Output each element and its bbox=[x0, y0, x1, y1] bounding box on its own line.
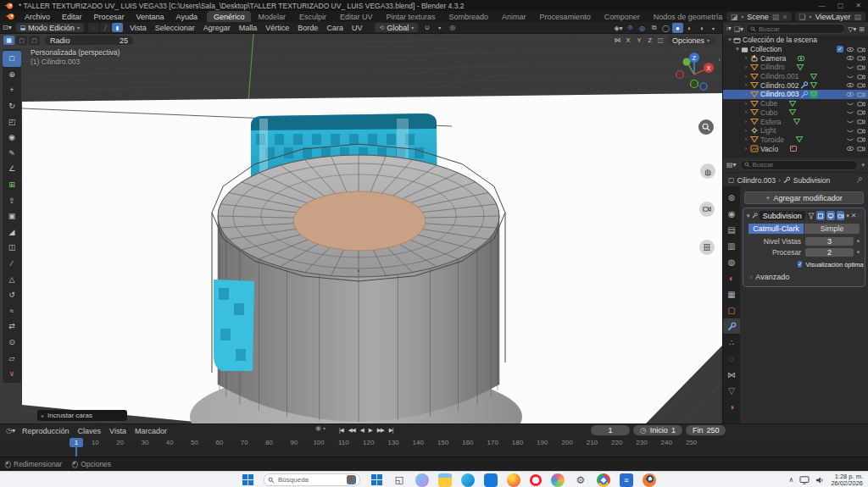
speaker-icon[interactable] bbox=[815, 476, 825, 484]
menu-item[interactable]: Editar bbox=[56, 11, 88, 22]
taskbar-app-icon[interactable]: ◱ bbox=[392, 473, 406, 487]
mode-dropdown[interactable]: ⬓ Modo Edición ▾ bbox=[16, 23, 84, 32]
network-monitor-icon[interactable] bbox=[799, 476, 810, 484]
properties-tab[interactable]: ◉ bbox=[723, 206, 740, 221]
transport-button[interactable]: ◀ bbox=[359, 427, 365, 434]
auto-key-record-icon[interactable]: ◉ ▾ bbox=[315, 424, 326, 432]
tool-button[interactable]: ▣ bbox=[3, 208, 21, 224]
tool-button[interactable]: ◢ bbox=[3, 224, 21, 241]
close-button[interactable]: ✕ bbox=[855, 2, 861, 9]
mirror-icon[interactable]: ⋈ bbox=[614, 36, 620, 44]
render-camera-icon[interactable] bbox=[857, 54, 865, 62]
viewlayer-selector[interactable]: ❏▾ ViewLayer ▤ bbox=[795, 12, 865, 21]
shading-w-icon[interactable]: ◯ bbox=[660, 23, 671, 33]
properties-tab[interactable]: ⊛ bbox=[723, 190, 740, 205]
modifier-name-field[interactable]: Subdivision bbox=[760, 211, 805, 220]
menu-item[interactable]: Archivo bbox=[19, 11, 56, 22]
transport-button[interactable]: ▶| bbox=[387, 427, 395, 434]
animate-dot[interactable] bbox=[857, 240, 860, 242]
eye-icon[interactable] bbox=[846, 108, 854, 116]
viewport-menu-item[interactable]: UV bbox=[348, 24, 367, 32]
edge-select-button[interactable]: ╱ bbox=[100, 23, 111, 32]
outliner-object-row[interactable]: › Cilindro.003 bbox=[723, 90, 868, 99]
display-edit-cage-toggle[interactable] bbox=[807, 211, 815, 220]
pan-hand-button[interactable] bbox=[700, 163, 715, 179]
shading-solid-icon[interactable]: ● bbox=[672, 23, 683, 33]
display-editmode-toggle[interactable] bbox=[816, 211, 825, 220]
render-camera-icon[interactable] bbox=[857, 127, 865, 135]
overlays-toggle-icon[interactable]: ◎ bbox=[637, 23, 648, 33]
taskbar-app-icon[interactable] bbox=[551, 473, 565, 487]
render-camera-icon[interactable] bbox=[857, 118, 865, 125]
eye-icon[interactable] bbox=[846, 136, 854, 143]
properties-search-input[interactable]: Buscar bbox=[740, 160, 859, 170]
properties-tab[interactable]: ◌ bbox=[723, 351, 740, 366]
display-realtime-toggle[interactable] bbox=[826, 211, 835, 220]
tool-button[interactable]: ◫ bbox=[3, 240, 21, 256]
tool-button[interactable]: ⇧ bbox=[3, 192, 21, 208]
tool-button[interactable]: ⊙ bbox=[3, 335, 21, 351]
visibility-dropdown-icon[interactable]: ◈▾ bbox=[613, 23, 624, 33]
workspace-tab[interactable]: Esculpir bbox=[292, 11, 333, 22]
eye-icon[interactable] bbox=[846, 73, 854, 80]
render-camera-icon[interactable] bbox=[857, 136, 865, 143]
editor-type-icon[interactable]: ⊡▾ bbox=[0, 24, 14, 31]
tool-option-icon[interactable]: ▢ bbox=[29, 36, 40, 45]
properties-tab[interactable]: ◐ bbox=[723, 270, 740, 285]
properties-tab[interactable]: ▽ bbox=[723, 383, 740, 398]
scene-selector[interactable]: ◪▾ Scene ▤× bbox=[726, 12, 792, 21]
start-button[interactable] bbox=[241, 473, 254, 487]
transport-button[interactable]: ▶▶ bbox=[376, 427, 386, 434]
workspace-tab[interactable]: Modelar bbox=[251, 11, 292, 22]
navigation-gizmo[interactable]: Z X bbox=[670, 49, 717, 97]
radio-slider[interactable]: Radio 25 bbox=[45, 36, 133, 45]
pin-icon[interactable] bbox=[855, 176, 863, 184]
playhead-line[interactable] bbox=[75, 447, 77, 457]
scene-collection-row[interactable]: ▾ Colección de la escena bbox=[723, 36, 868, 45]
tool-option-icon[interactable]: ▢ bbox=[16, 36, 27, 45]
properties-tab[interactable]: ▦ bbox=[723, 286, 740, 302]
tool-button[interactable]: △ bbox=[3, 271, 21, 287]
outliner-object-row[interactable]: › Vacío bbox=[723, 144, 868, 153]
outliner-filter-icon[interactable]: ❏▾ bbox=[734, 25, 743, 33]
drag-handle-icon[interactable]: ∷ bbox=[859, 213, 862, 219]
tool-button[interactable]: ▱ bbox=[3, 350, 21, 366]
axis-button[interactable]: X bbox=[623, 36, 632, 45]
viewport-menu-item[interactable]: Vista bbox=[125, 24, 151, 32]
axis-button[interactable]: Z bbox=[645, 36, 654, 45]
taskbar-app-icon[interactable] bbox=[415, 473, 429, 487]
properties-tab[interactable]: ◑ bbox=[723, 399, 740, 414]
taskbar-app-icon[interactable] bbox=[507, 473, 520, 487]
sidebar-toggle-icon[interactable]: ‹ bbox=[718, 56, 721, 64]
snap-target-icon[interactable]: ◫ bbox=[657, 36, 664, 44]
viewport-menu-item[interactable]: Seleccionar bbox=[151, 24, 199, 32]
tray-chevron-icon[interactable]: ∧ bbox=[789, 476, 794, 484]
eye-icon[interactable] bbox=[846, 127, 854, 135]
display-render-toggle[interactable] bbox=[837, 211, 845, 220]
workspace-tab[interactable]: Editar UV bbox=[333, 11, 380, 22]
outliner-object-row[interactable]: › Camera bbox=[723, 53, 868, 63]
tool-button[interactable]: ✎ bbox=[3, 146, 21, 162]
current-frame-field[interactable]: 1 bbox=[591, 425, 630, 435]
properties-tab[interactable]: ▤ bbox=[723, 222, 740, 237]
workspace-tab[interactable]: Pintar texturas bbox=[380, 11, 442, 22]
frame-end-field[interactable]: Fin 250 bbox=[686, 425, 726, 435]
tool-button[interactable]: □ bbox=[3, 51, 21, 67]
frame-start-field[interactable]: ◷ Inicio 1 bbox=[633, 425, 682, 435]
xray-toggle-icon[interactable]: ⧉ bbox=[648, 23, 659, 33]
add-modifier-button[interactable]: + Agregar modificador bbox=[744, 191, 864, 204]
collection-row[interactable]: ▾ Collection ✓ bbox=[723, 45, 868, 54]
timeline-menu-item[interactable]: Marcador bbox=[131, 427, 171, 435]
tool-button[interactable]: ∕ bbox=[3, 256, 21, 272]
timeline-editor-icon[interactable]: ◷▾ bbox=[3, 427, 18, 434]
taskbar-app-icon[interactable] bbox=[461, 473, 475, 487]
snap-magnet-icon[interactable]: ∪ bbox=[421, 23, 432, 33]
menu-item[interactable]: Procesar bbox=[88, 11, 131, 22]
tool-button[interactable]: ↺ bbox=[3, 287, 21, 303]
face-select-button[interactable]: ▮ bbox=[112, 23, 123, 32]
taskbar-app-icon[interactable]: ⚙ bbox=[574, 473, 587, 487]
timeline-menu-item[interactable]: Vista bbox=[105, 427, 131, 435]
header-dropdown-icon[interactable]: ▾ bbox=[861, 162, 865, 169]
outliner-object-row[interactable]: › Cube bbox=[723, 99, 868, 108]
zoom-button[interactable] bbox=[698, 119, 714, 135]
